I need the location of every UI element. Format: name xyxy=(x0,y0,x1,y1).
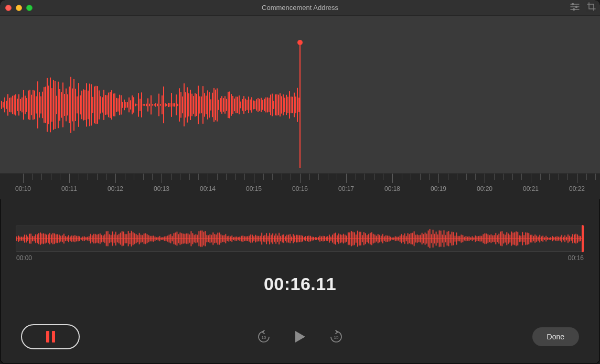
overview-track[interactable]: 00:00 00:16 xyxy=(16,226,584,252)
ruler-ticks: 00:1000:1100:1200:1300:1400:1500:1600:17… xyxy=(0,174,600,199)
ruler-label: 00:12 xyxy=(108,185,123,192)
ruler-label: 00:14 xyxy=(200,185,216,192)
overview-time-labels: 00:00 00:16 xyxy=(16,251,584,262)
waveform-editor[interactable] xyxy=(0,16,600,173)
ruler-label: 00:13 xyxy=(154,185,169,192)
skip-back-amount: 15 xyxy=(262,335,266,340)
ruler-label: 00:15 xyxy=(246,185,262,192)
titlebar: Commencement Address xyxy=(0,0,600,16)
ruler-label: 00:22 xyxy=(569,185,585,192)
app-window: Commencement Address xyxy=(0,0,600,364)
skip-forward-15-button[interactable]: 15 xyxy=(329,330,343,344)
ruler-label: 00:17 xyxy=(338,185,354,192)
ruler-label: 00:11 xyxy=(61,185,77,192)
overview-cursor[interactable] xyxy=(582,225,584,252)
elapsed-time: 00:16.11 xyxy=(0,274,600,294)
window-title: Commencement Address xyxy=(262,4,338,12)
skip-forward-amount: 15 xyxy=(334,335,339,340)
pause-icon xyxy=(46,331,55,342)
titlebar-actions xyxy=(570,2,596,13)
play-button[interactable] xyxy=(294,330,306,344)
ruler-label: 00:19 xyxy=(431,185,446,192)
pause-button[interactable] xyxy=(21,324,80,349)
overview-canvas xyxy=(16,226,584,251)
zoom-window-button[interactable] xyxy=(26,5,33,11)
transport-controls: 15 15 Done xyxy=(0,322,600,351)
equalizer-icon[interactable] xyxy=(570,3,580,13)
time-ruler[interactable]: 00:1000:1100:1200:1300:1400:1500:1600:17… xyxy=(0,173,600,199)
svg-point-4 xyxy=(575,6,577,7)
ruler-label: 00:18 xyxy=(384,185,400,192)
ruler-label: 00:20 xyxy=(477,185,492,192)
overview-end-time: 00:16 xyxy=(568,254,584,262)
skip-back-15-button[interactable]: 15 xyxy=(257,330,271,344)
traffic-lights xyxy=(5,5,33,11)
ruler-label: 00:21 xyxy=(523,185,539,192)
crop-icon[interactable] xyxy=(587,2,596,13)
svg-point-3 xyxy=(572,3,573,5)
ruler-label: 00:10 xyxy=(15,185,31,192)
done-button[interactable]: Done xyxy=(532,327,579,346)
svg-point-5 xyxy=(573,8,574,10)
ruler-label: 00:16 xyxy=(292,185,308,192)
waveform-canvas xyxy=(0,16,600,173)
playback-controls: 15 15 xyxy=(257,330,343,344)
overview-start-time: 00:00 xyxy=(16,254,32,262)
minimize-window-button[interactable] xyxy=(16,5,22,11)
close-window-button[interactable] xyxy=(5,5,12,11)
